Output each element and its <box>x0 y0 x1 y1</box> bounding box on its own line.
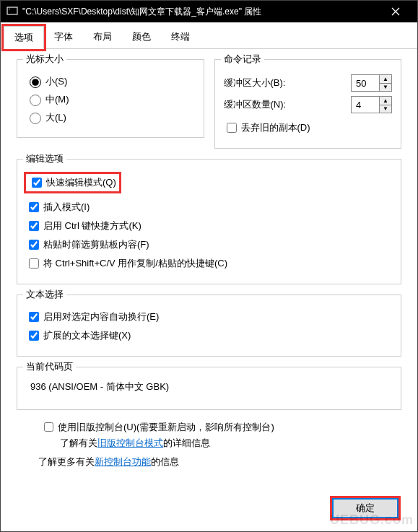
insert-mode-check[interactable]: 插入模式(I) <box>26 200 392 214</box>
text-select-group: 文本选择 启用对选定内容自动换行(E) 扩展的文本选择键(X) <box>17 295 401 357</box>
buffer-size-spinner[interactable]: ▲ ▼ <box>351 74 392 92</box>
legacy-info-1: 了解有关旧版控制台模式的详细信息 <box>60 437 401 450</box>
buffer-count-up[interactable]: ▲ <box>380 97 391 105</box>
buffer-size-down[interactable]: ▼ <box>380 83 391 91</box>
discard-old-label: 丢弃旧的副本(D) <box>241 121 310 134</box>
cursor-size-large-label: 大(L) <box>45 111 66 124</box>
properties-dialog: "C:\Users\SXF\Desktop\dist\知网文章下载器_客户端.e… <box>0 0 418 532</box>
buffer-size-label: 缓冲区大小(B): <box>224 77 343 90</box>
options-pane: 光标大小 小(S) 中(M) 大(L) <box>1 49 417 489</box>
edit-options-group: 编辑选项 快速编辑模式(Q) 插入模式(I) 启用 Ctrl 键快捷方式(K) … <box>17 159 401 284</box>
app-icon <box>6 6 18 17</box>
ctrl-shift-cv-check[interactable]: 将 Ctrl+Shift+C/V 用作复制/粘贴的快捷键(C) <box>26 256 392 271</box>
ctrl-shortcuts-check[interactable]: 启用 Ctrl 键快捷方式(K) <box>26 219 392 233</box>
wrap-selection-check[interactable]: 启用对选定内容自动换行(E) <box>26 310 392 324</box>
legacy-info-2: 了解更多有关新控制台功能的信息 <box>38 455 401 468</box>
filter-clipboard-checkbox[interactable] <box>29 240 39 250</box>
dialog-buttons: 确定 <box>1 489 417 531</box>
codepage-title: 当前代码页 <box>23 360 76 373</box>
wrap-selection-label: 启用对选定内容自动换行(E) <box>43 310 159 323</box>
legacy-mode-link[interactable]: 旧版控制台模式 <box>97 437 163 448</box>
wrap-selection-checkbox[interactable] <box>29 312 39 322</box>
legacy-console-label: 使用旧版控制台(U)(需要重新启动，影响所有控制台) <box>58 421 274 434</box>
ctrl-shift-cv-label: 将 Ctrl+Shift+C/V 用作复制/粘贴的快捷键(C) <box>43 257 227 270</box>
buffer-count-label: 缓冲区数量(N): <box>224 98 343 111</box>
ctrl-shift-cv-checkbox[interactable] <box>29 258 39 269</box>
quick-edit-label: 快速编辑模式(Q) <box>46 176 116 189</box>
discard-old-checkbox[interactable] <box>227 123 237 133</box>
tab-terminal[interactable]: 终端 <box>161 26 200 49</box>
command-history-title: 命令记录 <box>221 53 264 66</box>
cursor-size-group: 光标大小 小(S) 中(M) 大(L) <box>17 59 204 138</box>
extended-keys-label: 扩展的文本选择键(X) <box>43 329 131 342</box>
insert-mode-label: 插入模式(I) <box>43 201 90 214</box>
tab-layout[interactable]: 布局 <box>83 26 122 49</box>
discard-old-check[interactable]: 丢弃旧的副本(D) <box>224 121 393 135</box>
buffer-size-up[interactable]: ▲ <box>380 75 391 83</box>
ctrl-shortcuts-label: 启用 Ctrl 键快捷方式(K) <box>43 219 141 232</box>
cursor-size-large[interactable]: 大(L) <box>26 110 195 124</box>
buffer-size-input[interactable] <box>352 78 379 89</box>
buffer-count-down[interactable]: ▼ <box>380 105 391 113</box>
cursor-size-small-radio[interactable] <box>30 77 41 88</box>
tab-font[interactable]: 字体 <box>44 26 83 49</box>
quick-edit-checkbox[interactable] <box>32 178 42 188</box>
buffer-count-spinner[interactable]: ▲ ▼ <box>351 96 392 113</box>
new-console-link[interactable]: 新控制台功能 <box>95 456 151 467</box>
tab-options[interactable]: 选项 <box>4 26 44 49</box>
legacy-console-check[interactable]: 使用旧版控制台(U)(需要重新启动，影响所有控制台) <box>41 420 401 434</box>
insert-mode-checkbox[interactable] <box>29 202 39 212</box>
ctrl-shortcuts-checkbox[interactable] <box>29 221 39 231</box>
edit-options-title: 编辑选项 <box>23 152 66 165</box>
cursor-size-large-radio[interactable] <box>30 113 41 124</box>
window-title: "C:\Users\SXF\Desktop\dist\知网文章下载器_客户端.e… <box>22 6 380 18</box>
text-select-title: 文本选择 <box>23 288 66 301</box>
quick-edit-check[interactable]: 快速编辑模式(Q) <box>26 174 119 191</box>
buffer-count-input[interactable] <box>352 100 379 110</box>
close-icon <box>391 7 400 16</box>
cursor-size-medium-radio[interactable] <box>30 95 41 106</box>
filter-clipboard-label: 粘贴时筛选剪贴板内容(F) <box>43 238 149 251</box>
cursor-size-small-label: 小(S) <box>45 75 67 88</box>
cursor-size-medium[interactable]: 中(M) <box>26 92 195 106</box>
cursor-size-title: 光标大小 <box>23 53 66 66</box>
titlebar[interactable]: "C:\Users\SXF\Desktop\dist\知网文章下载器_客户端.e… <box>1 1 417 22</box>
codepage-group: 当前代码页 936 (ANSI/OEM - 简体中文 GBK) <box>17 367 401 410</box>
codepage-value: 936 (ANSI/OEM - 简体中文 GBK) <box>26 378 392 401</box>
filter-clipboard-check[interactable]: 粘贴时筛选剪贴板内容(F) <box>26 237 392 252</box>
tab-colors[interactable]: 颜色 <box>122 26 161 49</box>
cursor-size-small[interactable]: 小(S) <box>26 74 195 88</box>
command-history-group: 命令记录 缓冲区大小(B): ▲ ▼ 缓冲区数量(N): <box>214 59 402 149</box>
cursor-size-medium-label: 中(M) <box>45 93 69 106</box>
ok-button[interactable]: 确定 <box>332 498 399 518</box>
svg-rect-2 <box>9 9 10 9</box>
legacy-console-checkbox[interactable] <box>44 422 53 432</box>
close-button[interactable] <box>380 1 412 22</box>
extended-keys-checkbox[interactable] <box>29 331 39 341</box>
extended-keys-check[interactable]: 扩展的文本选择键(X) <box>26 328 392 343</box>
tabstrip: 选项 字体 布局 颜色 终端 <box>1 25 417 49</box>
